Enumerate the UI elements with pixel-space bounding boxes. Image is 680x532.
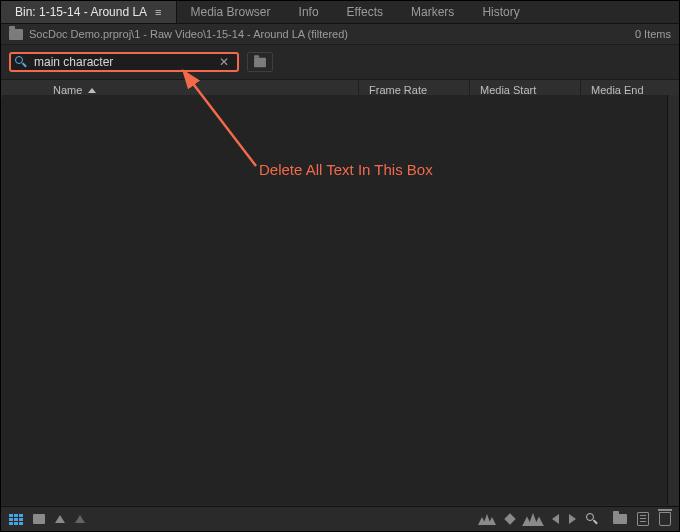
list-view-icon [9,514,23,525]
tab-effects[interactable]: Effects [333,1,397,23]
prev-button[interactable] [552,514,559,524]
new-bin-from-search-button[interactable] [247,52,273,72]
folder-icon [613,514,627,524]
trash-icon [659,512,671,526]
search-input[interactable] [32,54,217,70]
list-view-button[interactable] [9,514,23,525]
zoom-out-button[interactable] [478,514,496,525]
chevron-right-icon [569,514,576,524]
chevron-left-icon [552,514,559,524]
tab-info[interactable]: Info [285,1,333,23]
tab-bin-active[interactable]: Bin: 1-15-14 - Around LA ≡ [1,1,177,23]
tab-label: Media Browser [191,5,271,19]
new-bin-button[interactable] [613,514,627,524]
tab-label: Markers [411,5,454,19]
navigate-up-button[interactable] [75,515,85,523]
panel-tab-bar: Bin: 1-15-14 - Around LA ≡ Media Browser… [1,1,679,24]
clip-list-area[interactable] [2,95,667,505]
sort-ascending-icon [88,88,96,93]
search-icon [15,56,27,68]
icon-view-icon [33,514,45,524]
new-item-button[interactable] [637,512,649,526]
icon-view-button[interactable] [33,514,45,524]
tab-label: Effects [347,5,383,19]
breadcrumb-row: SocDoc Demo.prproj\1 - Raw Video\1-15-14… [1,24,679,45]
search-box[interactable]: ✕ [9,52,239,72]
search-row: ✕ [1,45,679,79]
zoom-in-button[interactable] [524,514,542,525]
vertical-scrollbar[interactable] [667,95,679,505]
bin-panel-window: Bin: 1-15-14 - Around LA ≡ Media Browser… [0,0,680,532]
clear-search-icon[interactable]: ✕ [217,55,231,69]
panel-footer [1,506,679,531]
folder-icon [254,57,266,66]
new-item-icon [637,512,649,526]
triangle-up-icon [75,515,85,523]
tab-label: History [482,5,519,19]
tab-markers[interactable]: Markers [397,1,468,23]
triangle-up-icon [55,515,65,523]
search-icon [586,513,598,525]
thumbnails-small-icon [478,514,496,525]
tab-media-browser[interactable]: Media Browser [177,1,285,23]
panel-menu-icon[interactable]: ≡ [155,6,161,18]
delete-button[interactable] [659,512,671,526]
freeform-view-button[interactable] [55,515,65,523]
zoom-slider[interactable] [506,515,514,523]
tab-label: Info [299,5,319,19]
folder-icon [9,29,23,40]
next-button[interactable] [569,514,576,524]
item-count: 0 Items [635,28,671,40]
tab-label: Bin: 1-15-14 - Around LA [15,5,147,19]
thumbnails-large-icon [522,512,544,525]
breadcrumb-text[interactable]: SocDoc Demo.prproj\1 - Raw Video\1-15-14… [29,28,348,40]
tab-history[interactable]: History [468,1,533,23]
slider-handle-icon [504,513,515,524]
find-button[interactable] [586,513,603,525]
